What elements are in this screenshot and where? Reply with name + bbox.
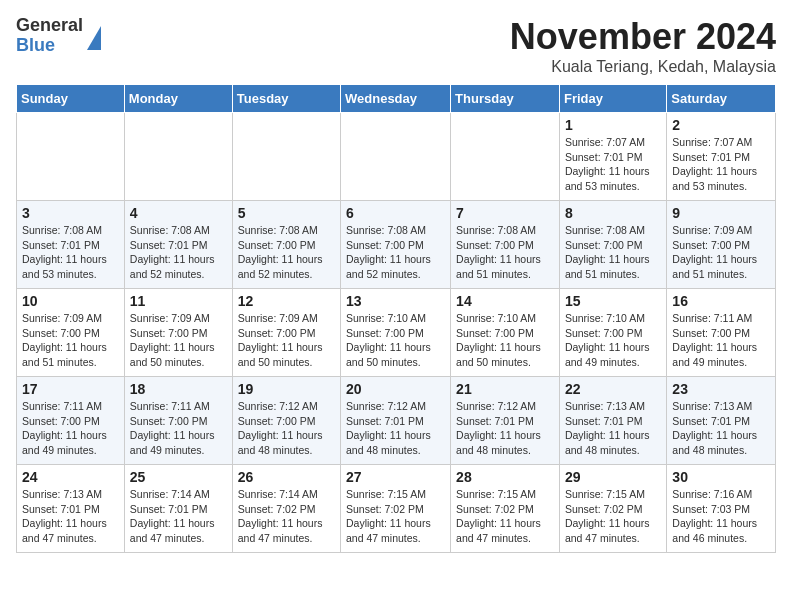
day-info: Sunrise: 7:13 AM Sunset: 7:01 PM Dayligh… (672, 399, 770, 458)
calendar-cell: 4Sunrise: 7:08 AM Sunset: 7:01 PM Daylig… (124, 201, 232, 289)
calendar-cell: 23Sunrise: 7:13 AM Sunset: 7:01 PM Dayli… (667, 377, 776, 465)
calendar-cell: 14Sunrise: 7:10 AM Sunset: 7:00 PM Dayli… (451, 289, 560, 377)
day-number: 23 (672, 381, 770, 397)
day-info: Sunrise: 7:09 AM Sunset: 7:00 PM Dayligh… (130, 311, 227, 370)
day-info: Sunrise: 7:09 AM Sunset: 7:00 PM Dayligh… (672, 223, 770, 282)
calendar-cell: 2Sunrise: 7:07 AM Sunset: 7:01 PM Daylig… (667, 113, 776, 201)
weekday-header-tuesday: Tuesday (232, 85, 340, 113)
day-number: 25 (130, 469, 227, 485)
day-number: 9 (672, 205, 770, 221)
day-number: 26 (238, 469, 335, 485)
calendar-cell: 8Sunrise: 7:08 AM Sunset: 7:00 PM Daylig… (559, 201, 666, 289)
day-info: Sunrise: 7:10 AM Sunset: 7:00 PM Dayligh… (456, 311, 554, 370)
calendar-week-row: 3Sunrise: 7:08 AM Sunset: 7:01 PM Daylig… (17, 201, 776, 289)
calendar-cell: 24Sunrise: 7:13 AM Sunset: 7:01 PM Dayli… (17, 465, 125, 553)
day-number: 17 (22, 381, 119, 397)
logo-line1: General (16, 16, 83, 36)
calendar-table: SundayMondayTuesdayWednesdayThursdayFrid… (16, 84, 776, 553)
day-number: 16 (672, 293, 770, 309)
weekday-header-sunday: Sunday (17, 85, 125, 113)
page-header: General Blue November 2024 Kuala Teriang… (16, 16, 776, 76)
day-info: Sunrise: 7:11 AM Sunset: 7:00 PM Dayligh… (22, 399, 119, 458)
day-info: Sunrise: 7:13 AM Sunset: 7:01 PM Dayligh… (565, 399, 661, 458)
calendar-cell: 29Sunrise: 7:15 AM Sunset: 7:02 PM Dayli… (559, 465, 666, 553)
day-number: 19 (238, 381, 335, 397)
calendar-cell: 22Sunrise: 7:13 AM Sunset: 7:01 PM Dayli… (559, 377, 666, 465)
day-number: 27 (346, 469, 445, 485)
calendar-cell: 17Sunrise: 7:11 AM Sunset: 7:00 PM Dayli… (17, 377, 125, 465)
calendar-cell (451, 113, 560, 201)
day-info: Sunrise: 7:09 AM Sunset: 7:00 PM Dayligh… (22, 311, 119, 370)
day-info: Sunrise: 7:07 AM Sunset: 7:01 PM Dayligh… (565, 135, 661, 194)
day-info: Sunrise: 7:08 AM Sunset: 7:00 PM Dayligh… (346, 223, 445, 282)
day-number: 6 (346, 205, 445, 221)
weekday-header-saturday: Saturday (667, 85, 776, 113)
day-number: 15 (565, 293, 661, 309)
day-info: Sunrise: 7:15 AM Sunset: 7:02 PM Dayligh… (456, 487, 554, 546)
day-number: 4 (130, 205, 227, 221)
calendar-week-row: 1Sunrise: 7:07 AM Sunset: 7:01 PM Daylig… (17, 113, 776, 201)
calendar-body: 1Sunrise: 7:07 AM Sunset: 7:01 PM Daylig… (17, 113, 776, 553)
calendar-week-row: 10Sunrise: 7:09 AM Sunset: 7:00 PM Dayli… (17, 289, 776, 377)
day-info: Sunrise: 7:16 AM Sunset: 7:03 PM Dayligh… (672, 487, 770, 546)
title-block: November 2024 Kuala Teriang, Kedah, Mala… (510, 16, 776, 76)
day-info: Sunrise: 7:11 AM Sunset: 7:00 PM Dayligh… (130, 399, 227, 458)
day-info: Sunrise: 7:08 AM Sunset: 7:00 PM Dayligh… (456, 223, 554, 282)
calendar-cell (124, 113, 232, 201)
day-number: 28 (456, 469, 554, 485)
day-info: Sunrise: 7:12 AM Sunset: 7:01 PM Dayligh… (456, 399, 554, 458)
calendar-cell (341, 113, 451, 201)
calendar-cell (232, 113, 340, 201)
calendar-cell: 11Sunrise: 7:09 AM Sunset: 7:00 PM Dayli… (124, 289, 232, 377)
calendar-cell: 28Sunrise: 7:15 AM Sunset: 7:02 PM Dayli… (451, 465, 560, 553)
day-info: Sunrise: 7:11 AM Sunset: 7:00 PM Dayligh… (672, 311, 770, 370)
calendar-cell: 18Sunrise: 7:11 AM Sunset: 7:00 PM Dayli… (124, 377, 232, 465)
day-info: Sunrise: 7:10 AM Sunset: 7:00 PM Dayligh… (565, 311, 661, 370)
day-info: Sunrise: 7:12 AM Sunset: 7:00 PM Dayligh… (238, 399, 335, 458)
calendar-cell: 16Sunrise: 7:11 AM Sunset: 7:00 PM Dayli… (667, 289, 776, 377)
day-number: 24 (22, 469, 119, 485)
weekday-header-friday: Friday (559, 85, 666, 113)
day-info: Sunrise: 7:08 AM Sunset: 7:01 PM Dayligh… (22, 223, 119, 282)
day-info: Sunrise: 7:08 AM Sunset: 7:00 PM Dayligh… (238, 223, 335, 282)
calendar-cell: 30Sunrise: 7:16 AM Sunset: 7:03 PM Dayli… (667, 465, 776, 553)
day-info: Sunrise: 7:08 AM Sunset: 7:00 PM Dayligh… (565, 223, 661, 282)
calendar-cell: 7Sunrise: 7:08 AM Sunset: 7:00 PM Daylig… (451, 201, 560, 289)
calendar-header: SundayMondayTuesdayWednesdayThursdayFrid… (17, 85, 776, 113)
day-number: 14 (456, 293, 554, 309)
calendar-cell: 27Sunrise: 7:15 AM Sunset: 7:02 PM Dayli… (341, 465, 451, 553)
calendar-week-row: 24Sunrise: 7:13 AM Sunset: 7:01 PM Dayli… (17, 465, 776, 553)
calendar-cell: 10Sunrise: 7:09 AM Sunset: 7:00 PM Dayli… (17, 289, 125, 377)
day-number: 1 (565, 117, 661, 133)
calendar-week-row: 17Sunrise: 7:11 AM Sunset: 7:00 PM Dayli… (17, 377, 776, 465)
day-number: 7 (456, 205, 554, 221)
day-number: 8 (565, 205, 661, 221)
day-number: 22 (565, 381, 661, 397)
day-number: 2 (672, 117, 770, 133)
day-number: 30 (672, 469, 770, 485)
calendar-cell: 1Sunrise: 7:07 AM Sunset: 7:01 PM Daylig… (559, 113, 666, 201)
day-number: 10 (22, 293, 119, 309)
calendar-cell (17, 113, 125, 201)
calendar-cell: 9Sunrise: 7:09 AM Sunset: 7:00 PM Daylig… (667, 201, 776, 289)
calendar-cell: 3Sunrise: 7:08 AM Sunset: 7:01 PM Daylig… (17, 201, 125, 289)
weekday-header-thursday: Thursday (451, 85, 560, 113)
day-info: Sunrise: 7:15 AM Sunset: 7:02 PM Dayligh… (565, 487, 661, 546)
day-number: 21 (456, 381, 554, 397)
calendar-cell: 19Sunrise: 7:12 AM Sunset: 7:00 PM Dayli… (232, 377, 340, 465)
calendar-cell: 15Sunrise: 7:10 AM Sunset: 7:00 PM Dayli… (559, 289, 666, 377)
day-info: Sunrise: 7:12 AM Sunset: 7:01 PM Dayligh… (346, 399, 445, 458)
day-number: 5 (238, 205, 335, 221)
month-title: November 2024 (510, 16, 776, 58)
logo-text: General Blue (16, 16, 83, 56)
calendar-cell: 13Sunrise: 7:10 AM Sunset: 7:00 PM Dayli… (341, 289, 451, 377)
calendar-cell: 12Sunrise: 7:09 AM Sunset: 7:00 PM Dayli… (232, 289, 340, 377)
day-info: Sunrise: 7:09 AM Sunset: 7:00 PM Dayligh… (238, 311, 335, 370)
weekday-header-wednesday: Wednesday (341, 85, 451, 113)
calendar-cell: 6Sunrise: 7:08 AM Sunset: 7:00 PM Daylig… (341, 201, 451, 289)
day-number: 11 (130, 293, 227, 309)
day-info: Sunrise: 7:14 AM Sunset: 7:01 PM Dayligh… (130, 487, 227, 546)
logo-icon (87, 26, 101, 50)
calendar-cell: 26Sunrise: 7:14 AM Sunset: 7:02 PM Dayli… (232, 465, 340, 553)
location: Kuala Teriang, Kedah, Malaysia (510, 58, 776, 76)
